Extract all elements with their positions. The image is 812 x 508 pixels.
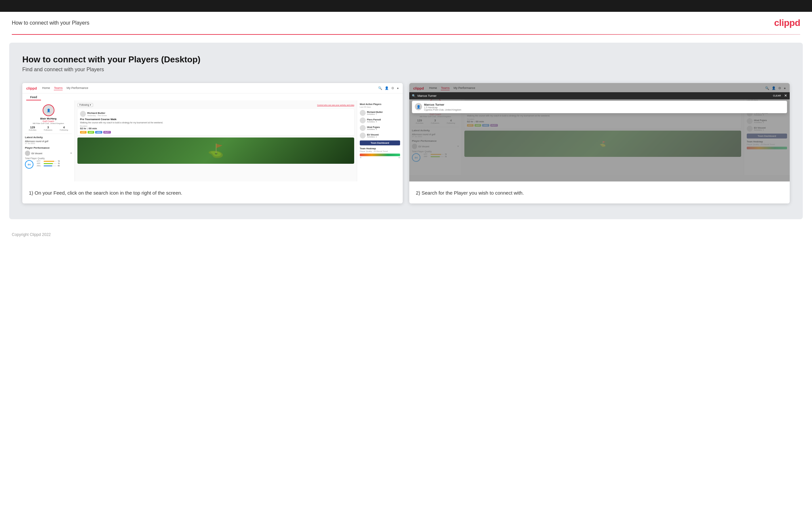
screenshots-row: clippd Home Teams My Performance 🔍 👤 ⚙ ● [22, 83, 790, 204]
search-overlay: 🔍 Marcus Turner CLEAR ✕ 👤 Marcus Turner … [409, 92, 790, 115]
app-nav-1: clippd Home Teams My Performance 🔍 👤 ⚙ ● [22, 83, 403, 93]
main-content: How to connect with your Players (Deskto… [9, 43, 803, 219]
header: How to connect with your Players clippd [0, 12, 812, 34]
heatmap-bar [360, 154, 400, 156]
player-perf-row: Eli Vincent ▾ [25, 151, 72, 156]
search-result-item[interactable]: 👤 Marcus Turner 1.5 Handicap Cypress Poi… [415, 103, 784, 111]
tag-arg: ARG [95, 131, 102, 134]
top-bar [0, 0, 812, 12]
following-stat: 4 Following [60, 126, 68, 131]
control-link[interactable]: Control who can see your activity and da… [317, 104, 354, 106]
profile-stats: 129 Activities 3 Followers 4 Following [25, 126, 72, 131]
pl-avatar-1 [360, 110, 366, 116]
caption-number-1: 1) On your Feed, click on the search ico… [29, 190, 182, 196]
golf-image: ⛳ [78, 137, 354, 164]
right-panel-1: Most Active Players Last 30 days Richard… [357, 100, 403, 181]
page-title: How to connect with your Players [12, 20, 90, 26]
player-row-3: Hiral Pujara Activities: 3 [360, 125, 400, 131]
tag-ott: OTT [80, 131, 87, 134]
score-circle: 84 [25, 160, 34, 169]
activities-stat: 129 Activities [29, 126, 36, 131]
nav-icons-1: 🔍 👤 ⚙ ● [378, 86, 399, 90]
activity-header: Richard Butler Yesterday · The Grove [80, 111, 351, 117]
player-row-1: Richard Butler Activities: 7 [360, 110, 400, 116]
bar-app: APP 70 [37, 162, 60, 164]
nav-items-1: Home Teams My Performance [42, 86, 88, 90]
profile-role: Golf Coach [25, 120, 72, 122]
header-divider [12, 34, 800, 35]
screenshot-1: clippd Home Teams My Performance 🔍 👤 ⚙ ● [22, 83, 403, 204]
caption-text-2: 2) Search for the Player you wish to con… [416, 190, 524, 196]
tag-putt: PUTT [103, 131, 111, 134]
screenshot-2: clippd Home Teams My Performance 🔍 👤 ⚙ ● [409, 83, 790, 204]
app-mockup-2: clippd Home Teams My Performance 🔍 👤 ⚙ ● [409, 83, 790, 181]
search-icon-overlay: 🔍 [412, 94, 416, 97]
player-perf-avatar [25, 151, 30, 156]
activity-card: Richard Butler Yesterday · The Grove Pre… [78, 109, 354, 135]
profile-club: Mill Ride Golf Club, United Kingdom [25, 122, 72, 124]
pl-info-3: Hiral Pujara Activities: 3 [367, 126, 380, 130]
feed-tab[interactable]: Feed [26, 94, 41, 100]
pl-avatar-2 [360, 118, 366, 123]
search-close-button[interactable]: ✕ [784, 93, 787, 98]
following-row: Following ▾ Control who can see your act… [78, 103, 354, 107]
main-title: How to connect with your Players (Deskto… [22, 54, 790, 65]
app-logo-1: clippd [26, 86, 37, 90]
pl-info-2: Piers Parnell Activities: 4 [367, 119, 381, 123]
player-performance-label: Player Performance [25, 146, 72, 149]
main-subtitle: Find and connect with your Players [22, 67, 790, 73]
search-results-dropdown: 👤 Marcus Turner 1.5 Handicap Cypress Poi… [412, 101, 787, 113]
nav-home[interactable]: Home [42, 86, 50, 90]
user-icon[interactable]: 👤 [385, 86, 389, 90]
act-avatar [80, 111, 86, 117]
nav-myperformance[interactable]: My Performance [66, 86, 88, 90]
sr-handicap: 1.5 Handicap [424, 106, 462, 109]
pl-info-1: Richard Butler Activities: 7 [367, 111, 383, 115]
caption-1: 1) On your Feed, click on the search ico… [22, 181, 403, 204]
copyright-text: Copyright Clippd 2022 [12, 232, 51, 237]
sr-club: Cypress Point Club, United Kingdom [424, 109, 462, 111]
app-mockup-1: clippd Home Teams My Performance 🔍 👤 ⚙ ● [22, 83, 403, 181]
left-panel-1: 👤 Blair McHarg Golf Coach Mill Ride Golf… [22, 100, 75, 181]
profile-section: 👤 Blair McHarg Golf Coach Mill Ride Golf… [25, 103, 72, 134]
team-heatmap-label: Team Heatmap [360, 147, 400, 150]
center-feed-1: Following ▾ Control who can see your act… [75, 100, 357, 181]
pl-info-4: Eli Vincent Activities: 1 [367, 134, 379, 138]
score-bars: OTT 79 APP 70 [37, 160, 60, 167]
activity-tags: OTT APP ARG PUTT [80, 131, 351, 134]
avatar-icon[interactable]: ● [397, 86, 399, 90]
pl-avatar-3 [360, 125, 366, 131]
page-footer: Copyright Clippd 2022 [0, 227, 812, 242]
search-icon[interactable]: 🔍 [378, 86, 382, 90]
sr-details: Marcus Turner 1.5 Handicap Cypress Point… [424, 103, 462, 111]
heatmap-labels: -5 +5 [360, 157, 400, 159]
player-row-4: Eli Vincent Activities: 1 [360, 133, 400, 138]
search-bar: 🔍 Marcus Turner CLEAR ✕ [409, 92, 790, 99]
search-clear-button[interactable]: CLEAR [773, 94, 781, 97]
tag-app: APP [88, 131, 94, 134]
nav-teams[interactable]: Teams [54, 86, 63, 90]
bar-arg: ARG 65 [37, 165, 60, 167]
settings-icon[interactable]: ⚙ [391, 86, 394, 90]
dropdown-arrow[interactable]: ▾ [70, 152, 72, 155]
profile-avatar: 👤 [43, 104, 54, 116]
quality-section: 84 OTT 79 APP [25, 160, 72, 169]
following-button[interactable]: Following ▾ [78, 103, 93, 107]
caption-2: 2) Search for the Player you wish to con… [409, 181, 790, 204]
team-dashboard-button[interactable]: Team Dashboard [360, 140, 400, 145]
sr-avatar: 👤 [415, 103, 422, 110]
app-body-1: 👤 Blair McHarg Golf Coach Mill Ride Golf… [22, 100, 403, 181]
profile-name: Blair McHarg [25, 117, 72, 120]
player-performance-section: Player Performance Eli Vincent ▾ Total P… [25, 146, 72, 169]
act-user-info: Richard Butler Yesterday · The Grove [87, 112, 107, 117]
logo: clippd [774, 18, 800, 28]
pl-avatar-4 [360, 133, 366, 138]
bar-ott: OTT 79 [37, 160, 60, 162]
search-input-mock[interactable]: Marcus Turner [418, 94, 771, 97]
sr-name: Marcus Turner [424, 103, 462, 106]
player-row-2: Piers Parnell Activities: 4 [360, 118, 400, 123]
latest-activity-section: Latest Activity Afternoon round of golf … [25, 136, 72, 144]
followers-stat: 3 Followers [44, 126, 52, 131]
golfer-silhouette-icon: ⛳ [207, 143, 224, 159]
